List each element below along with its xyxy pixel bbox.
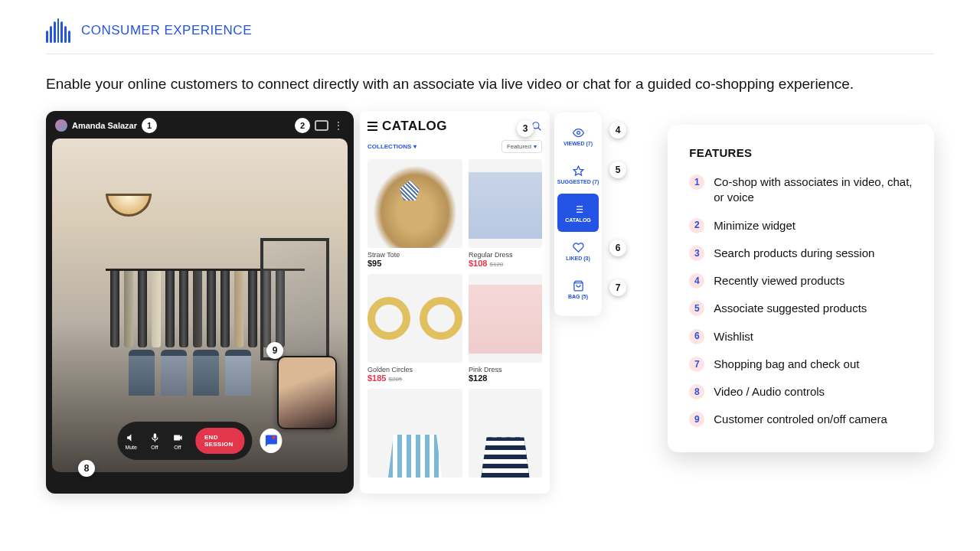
product-image <box>469 389 542 478</box>
more-icon[interactable]: ⋮ <box>333 119 345 132</box>
callout-pin-4: 4 <box>609 122 626 139</box>
callout-pin-2: 2 <box>295 118 310 133</box>
feature-row: 1Co-shop with associates in video, chat,… <box>689 174 913 206</box>
mute-button[interactable]: Mute <box>125 432 137 450</box>
callout-pin-6: 6 <box>609 240 626 256</box>
associate-name: Amanda Salazar <box>72 121 137 130</box>
tab-bag[interactable]: BAG (5) <box>554 270 602 308</box>
feature-row: 8Video / Audio controls <box>689 384 913 399</box>
callout-pin-5: 5 <box>609 161 626 178</box>
feature-row: 7Shopping bag and check out <box>689 357 913 372</box>
brand-logo-icon <box>46 18 70 43</box>
callout-pin-9: 9 <box>266 342 283 359</box>
feature-row: 6Wishlist <box>689 329 913 344</box>
customer-selfie-video <box>277 356 337 429</box>
catalog-title: CATALOG <box>368 119 447 134</box>
product-image <box>469 274 542 363</box>
camera-button[interactable]: Off <box>172 432 183 450</box>
chat-button[interactable] <box>260 429 283 453</box>
product-image <box>368 274 462 363</box>
product-image <box>368 159 462 248</box>
video-panel: Amanda Salazar 1 2 ⋮ 9 <box>46 111 354 494</box>
feature-row: 2Minimize widget <box>689 218 913 233</box>
svg-point-0 <box>272 435 276 439</box>
sort-dropdown[interactable]: Featured▾ <box>501 140 542 153</box>
tab-catalog[interactable]: CATALOG <box>557 194 599 232</box>
minimize-icon[interactable] <box>315 120 328 131</box>
svg-marker-4 <box>573 166 583 175</box>
page-header: CONSUMER EXPERIENCE <box>46 18 934 54</box>
feature-row: 9Customer controled on/off camera <box>689 412 913 427</box>
product-card[interactable]: Regular Dress$108$120 <box>469 159 542 268</box>
side-tabs: VIEWED (7) SUGGESTED (7) CATALOG LIKED (… <box>554 112 602 316</box>
callout-pin-3: 3 <box>517 120 534 137</box>
product-image <box>469 159 542 248</box>
collections-dropdown[interactable]: COLLECTIONS▾ <box>368 143 416 150</box>
product-card[interactable]: Pink Dress$128 <box>469 274 542 383</box>
callout-pin-1: 1 <box>142 118 157 133</box>
end-session-button[interactable]: END SESSION <box>195 428 245 454</box>
features-title: FEATURES <box>689 146 913 159</box>
features-card: FEATURES 1Co-shop with associates in vid… <box>668 125 934 452</box>
tab-viewed[interactable]: VIEWED (7) <box>554 117 602 155</box>
header-title: CONSUMER EXPERIENCE <box>81 23 252 38</box>
product-card[interactable] <box>469 389 542 478</box>
callout-pin-7: 7 <box>609 279 626 296</box>
svg-line-2 <box>538 128 541 131</box>
product-image <box>368 389 462 478</box>
tab-suggested[interactable]: SUGGESTED (7) <box>554 155 602 194</box>
video-controls: Mute Off Off END SESSION <box>117 422 282 460</box>
feature-row: 4Recently viewed products <box>689 273 913 289</box>
svg-point-3 <box>577 131 580 134</box>
product-mockup: Amanda Salazar 1 2 ⋮ 9 <box>46 111 623 494</box>
menu-icon[interactable] <box>368 122 377 131</box>
catalog-panel: CATALOG COLLECTIONS▾ Featured▾ Straw Tot… <box>360 111 550 494</box>
store-video-feed: 9 Mute Off Off END SESSION <box>52 139 348 472</box>
tab-liked[interactable]: LIKED (3) <box>554 232 602 270</box>
feature-row: 5Associate suggested products <box>689 301 913 316</box>
product-card[interactable] <box>368 389 462 478</box>
product-card[interactable]: Straw Tote$95 <box>368 159 462 268</box>
page-subtitle: Enable your online customers to connect … <box>46 76 934 93</box>
product-card[interactable]: Golden Circles$185$205 <box>368 274 462 383</box>
associate-avatar <box>55 119 67 132</box>
mic-button[interactable]: Off <box>149 432 160 450</box>
callout-pin-8: 8 <box>78 460 95 477</box>
feature-row: 3Search products during session <box>689 246 913 261</box>
